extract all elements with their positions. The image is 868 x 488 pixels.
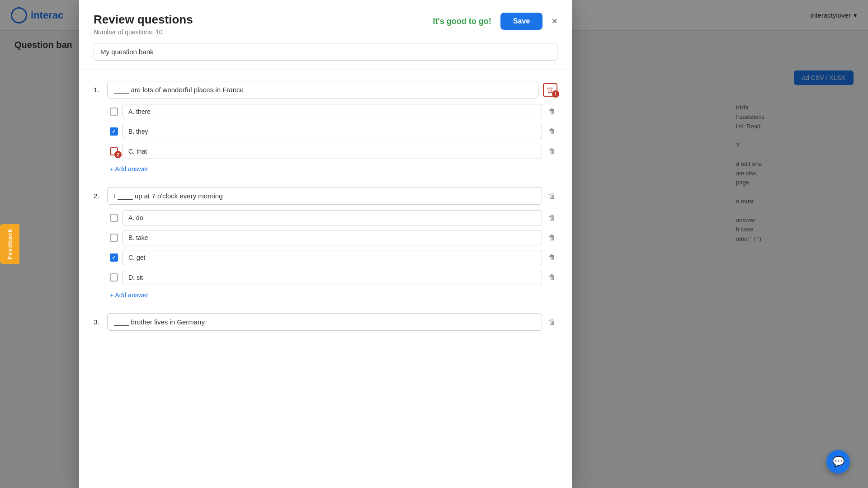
answer-checkbox-1-a[interactable] <box>110 108 118 116</box>
add-answer-2-button[interactable]: + Add answer <box>110 290 148 300</box>
modal-title-row: Review questions Number of questions: 10… <box>94 13 557 36</box>
answer-input-1-b[interactable] <box>123 124 542 139</box>
delete-question-1-button[interactable]: 🗑 1 <box>543 83 557 97</box>
answer-row-2-c: 🗑 <box>110 250 557 265</box>
answer-row-1-a: 🗑 <box>110 104 557 119</box>
delete-answer-1-c-button[interactable]: 🗑 <box>547 145 557 157</box>
question-input-1[interactable] <box>107 81 538 99</box>
trash-icon: 🗑 <box>548 192 556 200</box>
feedback-tab[interactable]: Feedback <box>0 224 19 264</box>
modal-title: Review questions <box>94 13 193 27</box>
save-button[interactable]: Save <box>500 13 542 30</box>
question-row-3: 3. 🗑 <box>94 313 557 331</box>
trash-icon: 🗑 <box>548 147 556 155</box>
answer-checkbox-2-b[interactable] <box>110 234 118 242</box>
question-block-3: 3. 🗑 <box>94 313 557 331</box>
question-num-2: 2. <box>94 192 103 200</box>
question-row-1: 1. 🗑 1 <box>94 81 557 99</box>
answer-checkbox-2-c[interactable] <box>110 253 118 262</box>
good-to-go-text: It's good to go! <box>433 17 491 26</box>
review-modal: Review questions Number of questions: 10… <box>79 0 572 488</box>
answer-checkbox-2-a[interactable] <box>110 214 118 222</box>
delete-question-2-button[interactable]: 🗑 <box>547 190 557 202</box>
delete-question-3-button[interactable]: 🗑 <box>547 316 557 328</box>
answer-checkbox-1-b[interactable] <box>110 127 118 136</box>
bank-name-input[interactable] <box>94 43 557 61</box>
trash-icon: 🗑 <box>548 214 556 221</box>
delete-answer-2-a-button[interactable]: 🗑 <box>547 212 557 224</box>
answer-checkbox-2-d[interactable] <box>110 273 118 282</box>
answer-row-2-d: 🗑 <box>110 270 557 285</box>
delete-answer-1-b-button[interactable]: 🗑 <box>547 126 557 137</box>
modal-header: Review questions Number of questions: 10… <box>79 0 572 70</box>
answer-input-1-a[interactable] <box>123 104 542 119</box>
trash-icon: 🗑 <box>548 234 556 241</box>
modal-subtitle: Number of questions: 10 <box>94 28 193 36</box>
answer-input-2-a[interactable] <box>123 210 542 225</box>
add-answer-1-button[interactable]: + Add answer <box>110 164 148 174</box>
modal-title-section: Review questions Number of questions: 10 <box>94 13 193 36</box>
question-num-3: 3. <box>94 318 103 326</box>
delete-answer-2-d-button[interactable]: 🗑 <box>547 272 557 283</box>
question-block-2: 2. 🗑 🗑 <box>94 187 557 300</box>
answer-row-1-c: 2 🗑 <box>110 144 557 159</box>
question-input-2[interactable] <box>107 187 542 205</box>
error-badge-1: 1 <box>552 90 559 98</box>
answer-input-2-d[interactable] <box>123 270 542 285</box>
trash-icon: 🗑 <box>548 127 556 135</box>
trash-icon: 🗑 <box>548 108 556 115</box>
answer-input-1-c[interactable] <box>123 144 542 159</box>
delete-answer-2-b-button[interactable]: 🗑 <box>547 232 557 244</box>
error-badge-2: 2 <box>114 151 122 158</box>
modal-header-right: It's good to go! Save × <box>433 13 557 30</box>
delete-answer-2-c-button[interactable]: 🗑 <box>547 252 557 263</box>
close-button[interactable]: × <box>552 16 557 26</box>
answer-rows-2: 🗑 🗑 🗑 <box>94 210 557 300</box>
delete-answer-1-a-button[interactable]: 🗑 <box>547 106 557 117</box>
answer-input-2-c[interactable] <box>123 250 542 265</box>
trash-icon: 🗑 <box>548 253 556 261</box>
trash-icon: 🗑 <box>548 318 556 326</box>
answer-input-2-b[interactable] <box>123 230 542 245</box>
answer-rows-1: 🗑 🗑 2 <box>94 104 557 174</box>
chat-button[interactable]: 💬 <box>826 450 850 474</box>
answer-row-1-b: 🗑 <box>110 124 557 139</box>
feedback-tab-container: Feedback <box>0 224 19 264</box>
answer-row-2-b: 🗑 <box>110 230 557 245</box>
question-num-1: 1. <box>94 86 103 94</box>
trash-icon: 🗑 <box>548 273 556 281</box>
question-block-1: 1. 🗑 1 🗑 <box>94 81 557 174</box>
answer-row-2-a: 🗑 <box>110 210 557 225</box>
modal-body: 1. 🗑 1 🗑 <box>79 70 572 488</box>
question-row-2: 2. 🗑 <box>94 187 557 205</box>
question-input-3[interactable] <box>107 313 542 331</box>
